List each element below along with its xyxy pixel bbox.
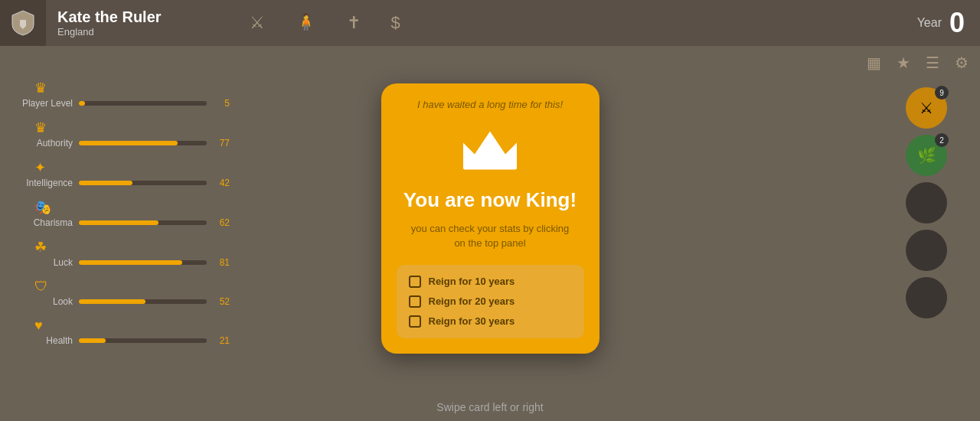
sword-top-icon[interactable]: ⚔ bbox=[250, 13, 265, 33]
year-label: Year bbox=[917, 16, 942, 30]
card-area: I have waited a long time for this! You … bbox=[0, 46, 980, 390]
right-panel: ⚔ 9 🌿 2 bbox=[873, 80, 980, 318]
objective-30-years: Reign for 30 years bbox=[409, 315, 572, 328]
card-crown bbox=[459, 126, 521, 175]
card-quote: I have waited a long time for this! bbox=[417, 99, 563, 110]
inactive-action-btn-1[interactable] bbox=[906, 182, 947, 224]
cross-top-icon[interactable]: ✝ bbox=[347, 13, 361, 33]
player-info: Kate the Ruler England bbox=[46, 8, 173, 38]
leaf-btn-badge: 2 bbox=[935, 133, 949, 147]
inactive-action-btn-3[interactable] bbox=[906, 277, 947, 318]
inactive-action-btn-2[interactable] bbox=[906, 230, 947, 271]
svg-rect-1 bbox=[463, 164, 517, 169]
game-card[interactable]: I have waited a long time for this! You … bbox=[381, 83, 599, 354]
player-name: Kate the Ruler bbox=[57, 8, 162, 26]
top-icons: ⚔ 🧍 ✝ $ bbox=[250, 13, 400, 33]
objective-30-label: Reign for 30 years bbox=[429, 315, 515, 327]
leaf-action-btn[interactable]: 🌿 2 bbox=[906, 135, 947, 176]
money-top-icon[interactable]: $ bbox=[391, 13, 400, 33]
svg-marker-0 bbox=[463, 131, 517, 165]
objective-30-checkbox[interactable] bbox=[409, 315, 421, 328]
sword-btn-icon: ⚔ bbox=[920, 99, 933, 117]
person-top-icon[interactable]: 🧍 bbox=[296, 13, 316, 33]
top-bar: Kate the Ruler England ⚔ 🧍 ✝ $ Year 0 bbox=[0, 0, 980, 46]
year-value: 0 bbox=[949, 7, 965, 39]
player-country: England bbox=[57, 26, 162, 38]
year-display: Year 0 bbox=[917, 7, 980, 39]
player-avatar bbox=[0, 0, 46, 46]
leaf-btn-icon: 🌿 bbox=[917, 146, 936, 165]
objective-20-checkbox[interactable] bbox=[409, 295, 421, 308]
card-title: You are now King! bbox=[403, 188, 577, 212]
objective-20-years: Reign for 20 years bbox=[409, 295, 572, 308]
objective-20-label: Reign for 20 years bbox=[429, 295, 515, 307]
objective-10-label: Reign for 10 years bbox=[429, 276, 515, 287]
sword-action-btn[interactable]: ⚔ 9 bbox=[906, 87, 947, 129]
sword-btn-badge: 9 bbox=[935, 86, 949, 100]
card-objectives: Reign for 10 years Reign for 20 years Re… bbox=[397, 265, 584, 338]
swipe-hint: Swipe card left or right bbox=[0, 401, 980, 413]
objective-10-years: Reign for 10 years bbox=[409, 276, 572, 288]
objective-10-checkbox[interactable] bbox=[409, 276, 421, 288]
card-subtitle: you can check your stats by clickingon t… bbox=[411, 221, 570, 251]
